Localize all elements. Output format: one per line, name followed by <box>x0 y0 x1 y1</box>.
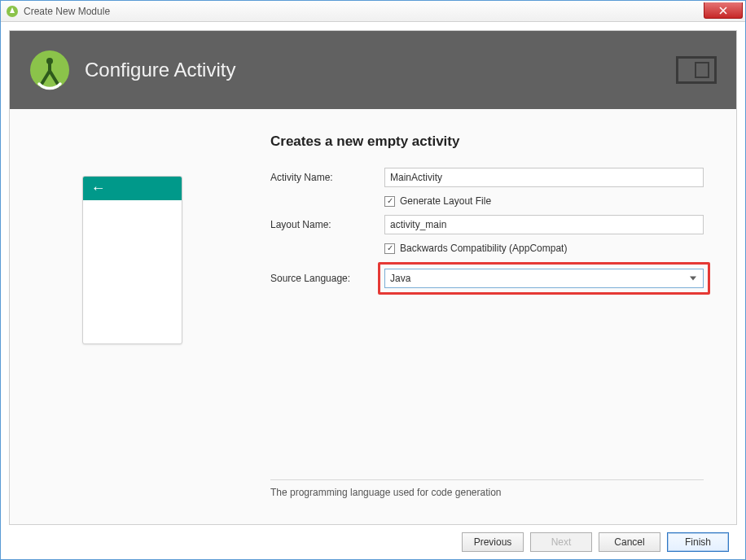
preview-column: ← <box>10 109 254 524</box>
generate-layout-label: Generate Layout File <box>400 195 491 207</box>
wizard-header: Configure Activity <box>10 31 736 109</box>
layout-name-label: Layout Name: <box>270 219 384 230</box>
activity-name-label: Activity Name: <box>270 172 384 183</box>
divider <box>270 479 704 480</box>
close-button[interactable] <box>704 2 743 19</box>
chevron-down-icon <box>690 277 696 281</box>
field-description: The programming language used for code g… <box>270 487 704 524</box>
backwards-compat-label: Backwards Compatibility (AppCompat) <box>400 243 567 254</box>
source-language-label: Source Language: <box>270 273 384 284</box>
device-preview-icon <box>676 56 717 84</box>
finish-button[interactable]: Finish <box>667 532 729 552</box>
activity-name-input[interactable] <box>384 168 704 187</box>
source-language-value: Java <box>390 273 410 284</box>
cancel-button[interactable]: Cancel <box>599 532 660 552</box>
wizard-title: Configure Activity <box>85 59 676 81</box>
button-bar: Previous Next Cancel Finish <box>9 525 737 559</box>
android-studio-logo-icon <box>29 50 70 90</box>
back-arrow-icon: ← <box>91 180 106 197</box>
source-language-select[interactable]: Java <box>384 269 704 288</box>
phone-preview: ← <box>82 176 182 344</box>
form-heading: Creates a new empty activity <box>270 133 704 150</box>
backwards-compat-checkbox[interactable]: ✓ <box>384 243 395 254</box>
app-icon <box>6 5 19 18</box>
layout-name-input[interactable] <box>384 215 704 234</box>
previous-button[interactable]: Previous <box>462 532 524 552</box>
titlebar: Create New Module <box>1 1 745 22</box>
phone-preview-toolbar: ← <box>83 177 182 200</box>
generate-layout-checkbox[interactable]: ✓ <box>384 196 395 207</box>
window-title: Create New Module <box>24 6 110 17</box>
form-column: Creates a new empty activity Activity Na… <box>254 109 736 524</box>
next-button: Next <box>530 532 592 552</box>
